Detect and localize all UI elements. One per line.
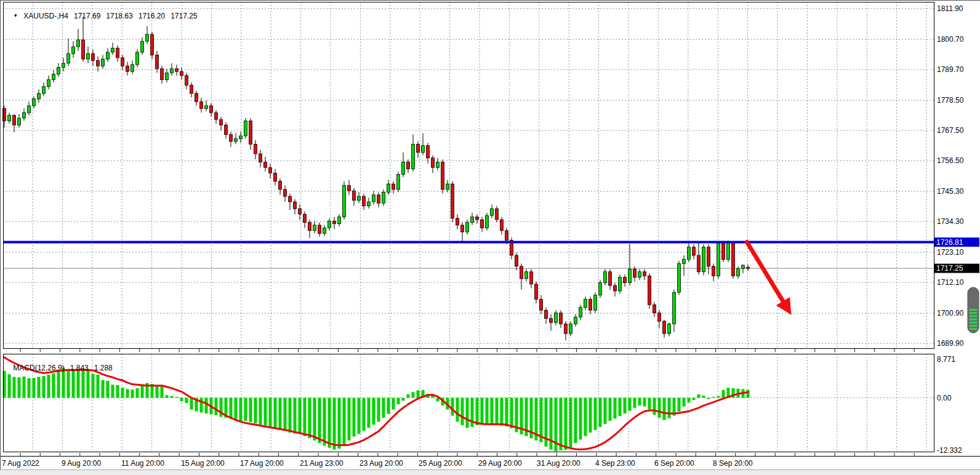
chart-dropdown-icon[interactable]: ▼ [13, 13, 18, 18]
candle-up [702, 247, 705, 272]
candle-down [215, 113, 218, 119]
macd-bar [392, 398, 395, 410]
candle-up [67, 54, 70, 63]
candle-up [688, 247, 691, 260]
candle-down [722, 243, 725, 260]
candle-down [13, 116, 16, 126]
candle-down [333, 221, 336, 224]
candle-up [446, 184, 449, 190]
candle-down [348, 185, 351, 191]
candle-up [102, 59, 105, 66]
price-axis-label: 1800.70 [937, 35, 964, 44]
macd-bar [308, 398, 311, 439]
candle-down [693, 247, 696, 255]
candle-down [392, 184, 395, 190]
macd-bar [259, 398, 262, 425]
candle-down [624, 277, 627, 283]
macd-bar [303, 398, 307, 436]
ohlc-high: 1718.63 [106, 12, 132, 20]
macd-bar [476, 398, 479, 426]
candle-down [712, 266, 715, 276]
macd-bar [377, 398, 380, 422]
candle-up [466, 222, 469, 232]
macd-bar [244, 398, 247, 421]
candle-down [732, 242, 735, 276]
candle-up [579, 308, 582, 317]
macd-bar [619, 398, 622, 417]
chart-window: 1811.901800.701789.701778.501767.501756.… [0, 0, 980, 475]
macd-bar [180, 398, 183, 402]
macd-bar [323, 398, 326, 446]
time-axis-label: 8 Sep 20:00 [713, 459, 753, 468]
macd-bar [417, 391, 420, 398]
chart-canvas[interactable]: 1811.901800.701789.701778.501767.501756.… [0, 0, 980, 475]
candle-down [220, 119, 223, 125]
candle-down [269, 167, 272, 173]
macd-bar [333, 398, 336, 450]
macd-bar [28, 378, 31, 398]
macd-bar [407, 394, 410, 398]
candle-down [451, 184, 454, 218]
candle-down [535, 284, 538, 300]
candle-up [569, 324, 572, 334]
resistance-price-tag: 1726.81 [934, 238, 979, 247]
price-axis-label: 1778.50 [937, 96, 964, 105]
candle-down [156, 55, 159, 68]
candle-up [397, 174, 400, 190]
candle-up [742, 265, 745, 268]
candle-up [38, 94, 41, 99]
macd-bar [313, 398, 316, 441]
macd-bar [683, 398, 686, 407]
macd-bar [121, 388, 124, 397]
candle-down [151, 34, 154, 55]
macd-bar [481, 398, 484, 424]
candle-down [476, 217, 479, 220]
macd-bar [318, 398, 321, 444]
candle-down [230, 135, 233, 142]
candle-up [72, 47, 75, 54]
time-axis-label: 17 Aug 20:00 [240, 459, 284, 468]
price-axis-label: 1789.70 [937, 65, 964, 74]
candle-down [707, 247, 710, 266]
candle-up [171, 69, 174, 73]
macd-bar [722, 390, 725, 398]
candle-down [427, 146, 430, 158]
candle-down [195, 94, 198, 102]
macd-bar [264, 398, 267, 426]
macd-bar [239, 398, 243, 421]
candle-up [205, 106, 208, 109]
ohlc-close: 1717.25 [171, 12, 197, 20]
candle-down [200, 102, 203, 108]
scrollbar-thumb[interactable] [968, 287, 979, 333]
candle-down [353, 191, 356, 201]
candle-up [436, 162, 440, 167]
macd-bar [161, 386, 164, 397]
bottom-strip [0, 470, 980, 475]
macd-bar [693, 398, 696, 401]
macd-bar [584, 398, 587, 436]
candle-down [461, 225, 464, 232]
candle-up [402, 162, 405, 174]
time-axis-label: 25 Aug 20:00 [419, 459, 462, 468]
candle-up [491, 209, 494, 215]
candle-up [106, 52, 110, 59]
price-axis-label: 1745.30 [937, 187, 964, 196]
macd-bar [678, 398, 681, 412]
macd-bar [269, 398, 272, 427]
candle-down [284, 190, 287, 196]
candle-down [481, 220, 484, 228]
macd-bar [574, 398, 577, 444]
candle-up [358, 196, 361, 201]
candle-up [471, 217, 474, 223]
candle-up [338, 217, 341, 224]
candle-up [638, 272, 641, 277]
macd-bar [200, 398, 203, 413]
macd-bar [599, 398, 602, 427]
candle-up [166, 73, 169, 79]
macd-bar [289, 398, 292, 433]
macd-bar [215, 398, 218, 415]
candle-down [648, 276, 651, 305]
window-bg [0, 0, 980, 475]
time-axis-label: 15 Aug 20:00 [181, 459, 225, 468]
candle-down [407, 162, 410, 169]
